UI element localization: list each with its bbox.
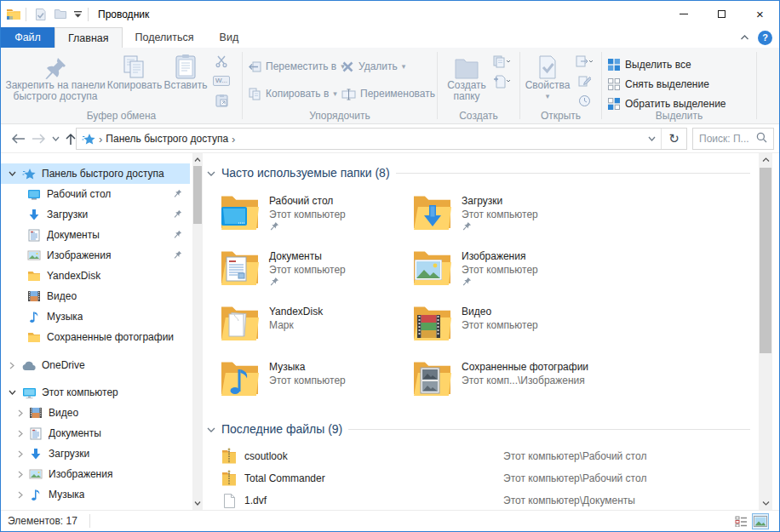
sidebar-item-pc-documents[interactable]: Документы	[1, 423, 190, 443]
scroll-down-icon[interactable]	[759, 497, 772, 510]
copy-to-button[interactable]: Копировать в▾	[248, 83, 337, 104]
sidebar-item-pc-videos[interactable]: Видео	[1, 403, 190, 423]
copy-path-button[interactable]: W...	[210, 72, 232, 90]
history-button[interactable]	[573, 91, 595, 110]
address-dropdown-button[interactable]	[642, 129, 661, 149]
easy-access-button[interactable]	[490, 53, 513, 72]
minimize-button[interactable]	[664, 1, 703, 27]
chevron-collapsed-icon[interactable]	[14, 450, 26, 458]
properties-button[interactable]: Свойства ▾	[522, 51, 573, 102]
help-button[interactable]: ?	[758, 31, 772, 45]
chevron-collapsed-icon[interactable]	[14, 409, 26, 417]
clear-selection-button[interactable]: Снять выделение	[607, 74, 709, 94]
breadcrumb-chevron-icon: ›	[99, 133, 102, 146]
chevron-collapsed-icon[interactable]	[14, 430, 26, 438]
sidebar-item-quick-access[interactable]: Панель быстрого доступа	[1, 163, 190, 184]
rename-button[interactable]: Переименовать	[341, 83, 435, 104]
sidebar-item-documents[interactable]: Документы	[1, 225, 190, 245]
section-collapse-icon[interactable]	[207, 423, 215, 435]
paste-button[interactable]: Вставить	[163, 51, 209, 91]
chevron-expanded-icon[interactable]	[6, 171, 18, 176]
search-icon[interactable]	[756, 132, 767, 146]
sidebar-scrollbar[interactable]	[192, 153, 203, 510]
tile-pictures[interactable]: ИзображенияЭтот компьютер	[413, 248, 602, 297]
file-row-total-commander[interactable]: Total Commander Этот компьютер\Рабочий с…	[204, 467, 759, 489]
folder-icon	[26, 331, 42, 343]
properties-qat-button[interactable]	[31, 6, 49, 23]
sidebar-item-label: Видео	[49, 407, 78, 419]
chevron-expanded-icon[interactable]	[6, 390, 18, 395]
refresh-button[interactable]: ↻	[661, 129, 686, 149]
breadcrumb-chevron-icon[interactable]: ›	[232, 133, 235, 146]
collapse-ribbon-button[interactable]	[740, 31, 749, 43]
paste-shortcut-button[interactable]	[210, 91, 232, 110]
search-input[interactable]: Поиск: П...	[692, 128, 774, 150]
tab-view[interactable]: Вид	[207, 27, 252, 48]
address-bar[interactable]: › Панель быстрого доступа › ↻	[76, 128, 687, 150]
yandex-folder-icon	[221, 303, 260, 340]
scrollbar-thumb[interactable]	[193, 166, 202, 224]
sidebar-item-pc-pictures[interactable]: Изображения	[1, 464, 190, 484]
tab-file[interactable]: Файл	[1, 27, 54, 48]
tile-music[interactable]: МузыкаЭтот компьютер	[221, 358, 410, 408]
close-button[interactable]: ×	[741, 1, 779, 27]
sidebar-item-music[interactable]: Музыка	[1, 306, 190, 327]
scroll-up-icon[interactable]	[759, 153, 772, 166]
delete-button[interactable]: Удалить▾	[341, 56, 405, 77]
sidebar-item-saved-photos[interactable]: Сохраненные фотографии	[1, 327, 190, 347]
sidebar-item-downloads[interactable]: Загрузки	[1, 204, 190, 225]
chevron-collapsed-icon[interactable]	[6, 362, 18, 369]
open-button[interactable]	[573, 52, 595, 71]
file-row-csoutlook[interactable]: csoutlook Этот компьютер\Рабочий стол	[204, 445, 759, 467]
tab-share[interactable]: Поделиться	[123, 27, 207, 48]
quick-access-toolbar	[31, 6, 83, 23]
chevron-collapsed-icon[interactable]	[14, 491, 26, 499]
sidebar-item-yandexdisk[interactable]: YandexDisk	[1, 266, 190, 286]
tab-home[interactable]: Главная	[54, 27, 123, 48]
chevron-collapsed-icon[interactable]	[14, 471, 26, 478]
section-collapse-icon[interactable]	[207, 167, 215, 179]
section-title[interactable]: Последние файлы (9)	[221, 422, 342, 436]
new-folder-button[interactable]: Создать папку	[443, 51, 490, 102]
section-title[interactable]: Часто используемые папки (8)	[221, 166, 390, 180]
forward-button[interactable]	[30, 124, 47, 153]
tile-downloads[interactable]: ЗагрузкиЭтот компьютер	[413, 192, 602, 242]
delete-x-icon	[341, 60, 354, 73]
copy-button[interactable]: Копировать	[108, 51, 161, 91]
tile-desktop[interactable]: Рабочий столЭтот компьютер	[221, 192, 410, 242]
music-icon	[28, 489, 43, 501]
scroll-up-icon[interactable]	[192, 153, 203, 166]
sidebar-item-this-pc[interactable]: Этот компьютер	[1, 382, 190, 403]
sidebar-item-onedrive[interactable]: OneDrive	[1, 355, 190, 375]
sidebar-item-pc-music[interactable]: Музыка	[1, 484, 190, 505]
search-placeholder: Поиск: П...	[699, 133, 749, 145]
move-to-button[interactable]: Переместить в▾	[248, 56, 345, 77]
back-button[interactable]	[8, 124, 28, 153]
breadcrumb-item[interactable]: Панель быстрого доступа	[106, 133, 228, 145]
select-all-button[interactable]: Выделить все	[607, 54, 691, 75]
cut-button[interactable]	[210, 52, 232, 71]
scroll-down-icon[interactable]	[192, 497, 203, 510]
file-row-1dvf[interactable]: 1.dvf Этот компьютер\Документы	[204, 489, 759, 510]
pin-to-quick-access-button[interactable]: Закрепить на панели быстрого доступа	[3, 51, 108, 102]
tile-yandexdisk[interactable]: YandexDiskМарк	[221, 303, 410, 352]
new-item-button[interactable]	[490, 72, 513, 91]
file-name: csoutlook	[244, 450, 288, 462]
sidebar-item-pictures[interactable]: Изображения	[1, 245, 190, 266]
content-scrollbar[interactable]	[759, 153, 772, 510]
details-view-button[interactable]	[732, 513, 749, 529]
tile-videos[interactable]: ВидеоЭтот компьютер	[413, 303, 602, 352]
edit-button[interactable]	[573, 72, 595, 90]
sidebar-item-pc-downloads[interactable]: Загрузки	[1, 443, 190, 464]
new-folder-qat-button[interactable]	[51, 6, 70, 23]
maximize-button[interactable]	[703, 1, 741, 27]
tile-documents[interactable]: ДокументыЭтот компьютер	[221, 248, 410, 297]
scrollbar-thumb[interactable]	[760, 168, 771, 353]
sidebar-item-desktop[interactable]: Рабочий стол	[1, 184, 190, 204]
file-path: Этот компьютер\Документы	[503, 495, 635, 506]
tile-saved-photos[interactable]: Сохраненные фотографииЭтот комп...\Изобр…	[413, 358, 602, 408]
thumbnails-view-button[interactable]	[752, 513, 769, 529]
sidebar-item-videos[interactable]: Видео	[1, 286, 190, 306]
recent-locations-dropdown-icon[interactable]	[49, 124, 62, 153]
customize-qat-dropdown-icon[interactable]	[72, 6, 83, 23]
